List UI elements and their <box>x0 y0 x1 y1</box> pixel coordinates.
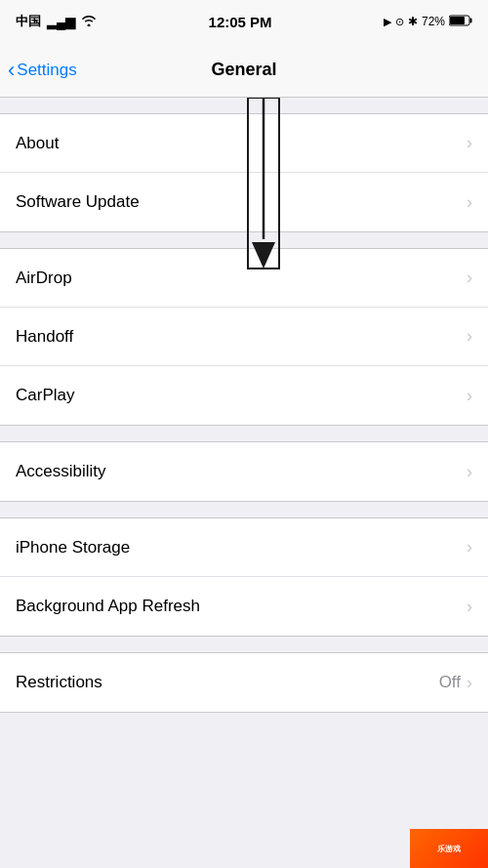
software-update-right: › <box>467 192 472 213</box>
page-title: General <box>211 60 276 80</box>
status-bar-left: 中国 ▂▄▆ <box>16 13 97 30</box>
section-restrictions-list: Restrictions Off › <box>0 652 488 713</box>
accessibility-chevron-icon: › <box>467 462 472 482</box>
carrier-text: 中国 <box>16 13 41 30</box>
alarm-icon: ⊙ <box>395 16 404 28</box>
carplay-label: CarPlay <box>16 386 74 405</box>
status-bar: 中国 ▂▄▆ 12:05 PM ▶ ⊙ ✱ 72% <box>0 0 488 43</box>
back-chevron-icon: ‹ <box>8 58 15 83</box>
software-update-row[interactable]: Software Update › <box>0 173 488 231</box>
restrictions-chevron-icon: › <box>467 673 472 693</box>
restrictions-right: Off › <box>439 673 472 693</box>
airdrop-chevron-icon: › <box>467 268 472 288</box>
restrictions-value: Off <box>439 673 461 692</box>
iphone-storage-row[interactable]: iPhone Storage › <box>0 518 488 577</box>
airdrop-right: › <box>467 268 472 288</box>
watermark-text: 乐游戏 <box>435 842 463 856</box>
background-app-refresh-label: Background App Refresh <box>16 597 200 616</box>
restrictions-label: Restrictions <box>16 673 102 692</box>
carplay-row[interactable]: CarPlay › <box>0 366 488 425</box>
carplay-right: › <box>467 386 472 406</box>
iphone-storage-chevron-icon: › <box>467 537 472 558</box>
section-connectivity-list: AirDrop › Handoff › CarPlay › <box>0 248 488 426</box>
back-label: Settings <box>17 61 76 80</box>
spacer-4 <box>0 637 488 652</box>
spacer-3 <box>0 502 488 517</box>
iphone-storage-right: › <box>467 537 472 558</box>
status-bar-right: ▶ ⊙ ✱ 72% <box>384 15 472 29</box>
software-update-label: Software Update <box>16 192 140 212</box>
svg-rect-2 <box>450 17 465 24</box>
section-about-group: About › Software Update › <box>0 98 488 232</box>
background-app-refresh-right: › <box>467 597 472 617</box>
section-about-list: About › Software Update › <box>0 113 488 232</box>
software-update-chevron-icon: › <box>467 192 472 213</box>
status-bar-time: 12:05 PM <box>209 14 272 30</box>
bluetooth-icon: ✱ <box>408 15 418 28</box>
spacer-1 <box>0 232 488 248</box>
handoff-chevron-icon: › <box>467 326 472 347</box>
about-label: About <box>16 134 59 153</box>
handoff-right: › <box>467 326 472 347</box>
handoff-row[interactable]: Handoff › <box>0 308 488 366</box>
iphone-storage-label: iPhone Storage <box>16 538 130 558</box>
accessibility-label: Accessibility <box>16 462 106 481</box>
battery-text: 72% <box>422 15 445 28</box>
about-right: › <box>467 133 472 153</box>
accessibility-row[interactable]: Accessibility › <box>0 442 488 501</box>
background-app-refresh-row[interactable]: Background App Refresh › <box>0 577 488 636</box>
handoff-label: Handoff <box>16 327 73 347</box>
back-button[interactable]: ‹ Settings <box>8 58 77 83</box>
airdrop-row[interactable]: AirDrop › <box>0 249 488 308</box>
about-row[interactable]: About › <box>0 114 488 173</box>
wifi-icon <box>81 15 97 29</box>
section-storage-list: iPhone Storage › Background App Refresh … <box>0 517 488 637</box>
accessibility-right: › <box>467 462 472 482</box>
background-app-refresh-chevron-icon: › <box>467 597 472 617</box>
navigation-bar: ‹ Settings General <box>0 43 488 98</box>
carplay-chevron-icon: › <box>467 386 472 406</box>
svg-rect-1 <box>469 18 471 22</box>
battery-icon <box>449 15 472 29</box>
restrictions-row[interactable]: Restrictions Off › <box>0 653 488 712</box>
spacer-2 <box>0 426 488 441</box>
signal-icon: ▂▄▆ <box>47 15 75 29</box>
section-accessibility-list: Accessibility › <box>0 441 488 502</box>
location-icon: ▶ <box>384 16 391 28</box>
watermark: 乐游戏 <box>410 829 488 868</box>
airdrop-label: AirDrop <box>16 269 72 288</box>
about-chevron-icon: › <box>467 133 472 153</box>
